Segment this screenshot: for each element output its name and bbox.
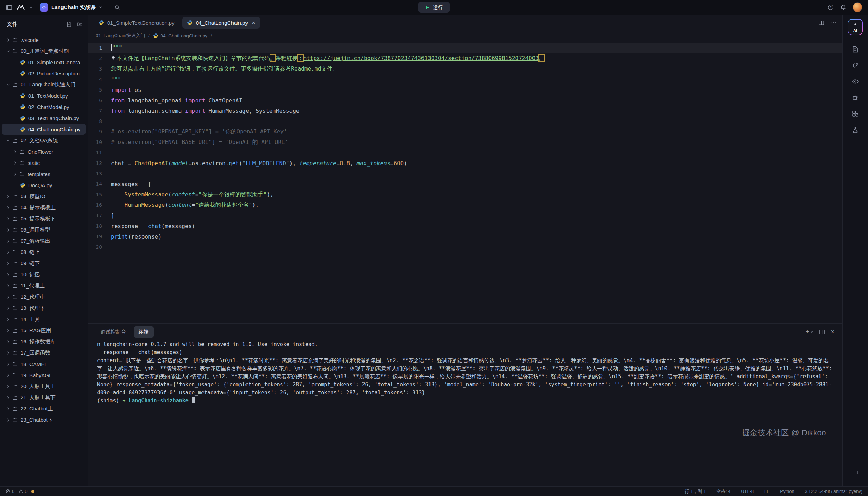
- tree-folder[interactable]: 02_文档QA系统: [2, 135, 86, 146]
- preview-eye-icon[interactable]: [848, 74, 863, 89]
- tree-folder[interactable]: 00_开篇词_奇点时刻: [2, 45, 86, 57]
- tree-folder[interactable]: 22_Chatbot上: [2, 403, 86, 414]
- tab-label: 01_SimpleTextGeneration.py: [107, 20, 175, 26]
- tree-file[interactable]: DocQA.py: [2, 180, 86, 191]
- folder-icon: [11, 249, 19, 255]
- tree-folder[interactable]: 23_Chatbot下: [2, 414, 86, 425]
- tree-folder[interactable]: 05_提示模板下: [2, 213, 86, 224]
- tree-folder[interactable]: 01_LangChain快速入门: [2, 79, 86, 90]
- new-file-icon[interactable]: [66, 21, 72, 27]
- tree-folder[interactable]: templates: [2, 168, 86, 180]
- tree-folder[interactable]: 03_模型IO: [2, 191, 86, 202]
- breadcrumb-item[interactable]: 04_ChatLongChain.py: [153, 33, 207, 38]
- remote-window-icon[interactable]: [848, 465, 863, 480]
- tree-folder[interactable]: OneFlower: [2, 146, 86, 157]
- code-token: =: [189, 160, 192, 167]
- search-icon[interactable]: [114, 5, 120, 10]
- tree-folder[interactable]: 12_代理中: [2, 291, 86, 302]
- tree-folder[interactable]: .vscode: [2, 34, 86, 45]
- warnings-indicator[interactable]: 0: [19, 489, 27, 494]
- tree-folder[interactable]: 11_代理上: [2, 280, 86, 291]
- bell-icon[interactable]: [840, 4, 846, 10]
- code-token: “: [161, 65, 165, 72]
- statusbar-item[interactable]: LF: [764, 489, 770, 494]
- split-editor-icon[interactable]: [818, 20, 824, 26]
- breadcrumb-item[interactable]: 01_LangChain快速入门: [96, 32, 145, 39]
- extensions-grid-icon[interactable]: [848, 106, 863, 121]
- code-token: ),: [267, 191, 273, 198]
- help-icon[interactable]: ?: [827, 4, 834, 10]
- tree-folder[interactable]: 15_RAG应用: [2, 325, 86, 336]
- terminal-tab[interactable]: 终端: [134, 326, 154, 338]
- code-token: ]: [111, 212, 115, 219]
- tree-file[interactable]: 04_ChatLongChain.py: [2, 124, 86, 135]
- tree-folder[interactable]: 13_代理下: [2, 302, 86, 314]
- chevron-icon: [5, 351, 11, 355]
- close-tab-icon[interactable]: ×: [252, 20, 255, 26]
- tree-folder[interactable]: 07_解析输出: [2, 235, 86, 247]
- tree-folder[interactable]: 08_链上: [2, 247, 86, 258]
- user-avatar[interactable]: [853, 2, 862, 12]
- lightbulb-icon[interactable]: [111, 56, 116, 60]
- code-area[interactable]: 1"""2本文件是【LangChain系统安装和快速入门】章节的配套代码。课程链…: [88, 41, 842, 323]
- tree-folder[interactable]: 17_回调函数: [2, 347, 86, 358]
- close-panel-icon[interactable]: ×: [831, 328, 834, 336]
- editor-tab[interactable]: 01_SimpleTextGeneration.py: [94, 17, 179, 29]
- errors-indicator[interactable]: 0: [6, 489, 14, 494]
- tree-folder[interactable]: 21_人脉工具下: [2, 392, 86, 403]
- ai-chat-button[interactable]: AI: [848, 19, 863, 35]
- statusbar-item[interactable]: 空格: 4: [716, 488, 730, 495]
- file-search-icon[interactable]: [848, 42, 863, 57]
- tree-folder[interactable]: 10_记忆: [2, 269, 86, 280]
- code-text: """: [111, 44, 122, 52]
- test-flask-icon[interactable]: [848, 122, 863, 137]
- terminal-tab[interactable]: 调试控制台: [96, 326, 131, 338]
- tree-folder[interactable]: 09_链下: [2, 258, 86, 269]
- file-label: 10_记忆: [21, 271, 40, 278]
- statusbar-item[interactable]: 行 1，列 1: [685, 488, 706, 495]
- code-token: # os.environ["OPENAI_API_KEY"] = '你的Open…: [111, 128, 287, 135]
- new-terminal-button[interactable]: +: [805, 328, 814, 336]
- more-actions-icon[interactable]: [831, 20, 837, 26]
- tree-folder[interactable]: 20_人脉工具上: [2, 381, 86, 392]
- code-link[interactable]: https://juejin.cn/book/73877023474361303…: [303, 55, 539, 61]
- terminal-output[interactable]: n langchain-core 0.1.7 and will be remov…: [88, 340, 842, 486]
- chevron-icon: [5, 205, 11, 210]
- tree-folder[interactable]: 16_操作数据库: [2, 336, 86, 347]
- chevron-down-icon[interactable]: [29, 6, 33, 9]
- line-number: 14: [88, 181, 111, 187]
- terminal-prompt[interactable]: (shims)➜LangChain-shizhanke: [97, 397, 832, 405]
- tree-file[interactable]: 01_SimpleTextGeneration.py: [2, 57, 86, 68]
- sidebar-toggle-icon[interactable]: [6, 4, 12, 11]
- statusbar-item[interactable]: Python: [780, 489, 794, 494]
- tree-folder[interactable]: 04_提示模板上: [2, 202, 86, 213]
- debug-bug-icon[interactable]: [848, 90, 863, 105]
- editor-tab[interactable]: 04_ChatLongChain.py×: [182, 17, 260, 29]
- tree-file[interactable]: 01_TextModel.py: [2, 90, 86, 101]
- code-token: import: [111, 87, 131, 93]
- tree-folder[interactable]: 14_工具: [2, 314, 86, 325]
- split-terminal-icon[interactable]: [819, 329, 825, 335]
- app-logo-icon[interactable]: [16, 4, 25, 11]
- source-control-icon[interactable]: [848, 58, 863, 73]
- sparkle-icon: [853, 21, 857, 28]
- tree-file[interactable]: 02_ChatModel.py: [2, 101, 86, 112]
- tree-file[interactable]: 03_TextLangChain.py: [2, 112, 86, 124]
- statusbar-item[interactable]: UTF-8: [741, 489, 754, 494]
- chevron-icon: [5, 272, 11, 277]
- tree-file[interactable]: 02_PictureDescription.py: [2, 68, 86, 79]
- workspace-switcher[interactable]: </> LangChain 实战课: [37, 2, 105, 13]
- breadcrumb-label: ...: [215, 33, 219, 38]
- tree-folder[interactable]: 18_CAMEL: [2, 358, 86, 370]
- statusbar-item[interactable]: 3.12.2 64-bit ('shims': pyenv): [805, 489, 862, 494]
- breadcrumb-item[interactable]: ...: [215, 33, 219, 38]
- code-token: (: [168, 160, 172, 167]
- python-icon: [98, 20, 104, 25]
- tree-folder[interactable]: 06_调用模型: [2, 224, 86, 235]
- chevron-icon: [5, 217, 11, 221]
- tree-folder[interactable]: 19_BabyAGI: [2, 370, 86, 381]
- run-button[interactable]: 运行: [418, 2, 450, 13]
- new-folder-icon[interactable]: [77, 21, 83, 27]
- tree-folder[interactable]: static: [2, 157, 86, 168]
- line-number: 15: [88, 192, 111, 197]
